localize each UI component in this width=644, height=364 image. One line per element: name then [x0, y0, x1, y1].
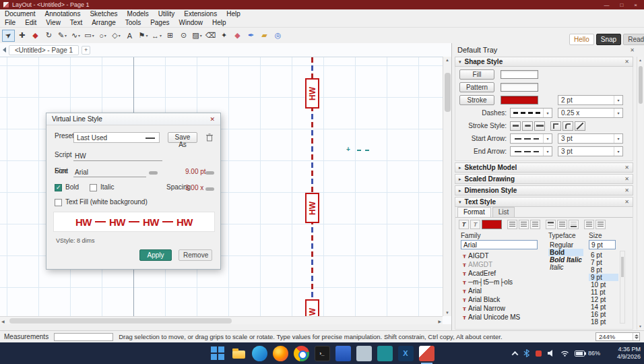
preset-dropdown[interactable]: Last Used — [73, 132, 160, 143]
numbered-list-icon[interactable] — [595, 220, 606, 229]
snap-button[interactable]: Snap — [596, 34, 621, 45]
zoom-value[interactable]: 244% — [596, 333, 633, 340]
stroke-width-select[interactable]: 2 pt — [558, 95, 623, 105]
page-prev-icon[interactable] — [3, 47, 6, 53]
scaled-drawing-header[interactable]: Scaled Drawing ✕ — [455, 174, 633, 184]
menu-item[interactable]: Arrange — [87, 19, 121, 26]
menu-item[interactable]: Help — [207, 19, 231, 26]
pattern-button[interactable]: Pattern — [459, 82, 494, 92]
dimension-tool[interactable]: ↔ — [150, 30, 163, 42]
size-item[interactable]: 14 pt — [589, 303, 618, 311]
ready-button[interactable]: Ready — [623, 34, 644, 45]
menu-item[interactable]: File — [0, 19, 20, 26]
hw-label-box[interactable]: HW — [305, 78, 319, 109]
eraser-tool[interactable]: ⌫ — [204, 30, 217, 42]
shape-style-close-button[interactable]: ✕ — [624, 59, 629, 65]
line-tool[interactable]: ✎ — [56, 30, 69, 42]
menu-item[interactable]: Sketches — [85, 10, 122, 18]
size-item[interactable]: 10 pt — [589, 281, 618, 289]
maximize-button[interactable]: □ — [620, 2, 623, 8]
menu-item[interactable]: Help — [222, 10, 245, 18]
valign-bottom-icon[interactable] — [569, 220, 579, 229]
text-style-close-button[interactable]: ✕ — [624, 199, 629, 205]
size-item[interactable]: 8 pt — [589, 266, 618, 274]
size-item[interactable]: 9 pt — [589, 274, 618, 281]
size-item[interactable]: 18 pt — [589, 318, 618, 326]
tab-list[interactable]: List — [492, 207, 515, 217]
end-arrow-dropdown[interactable] — [510, 146, 552, 156]
shape-style-header[interactable]: Shape Style ✕ — [455, 57, 633, 67]
notification-app-icon[interactable] — [536, 351, 542, 357]
pattern-swatch[interactable] — [501, 83, 538, 92]
x-app-icon[interactable]: X — [398, 346, 414, 361]
move-tool[interactable]: ✚ — [15, 30, 28, 42]
hw-label-box[interactable]: HW — [305, 299, 319, 316]
join-bevel-button[interactable] — [575, 121, 585, 131]
align-center-icon[interactable] — [519, 220, 529, 229]
chrome-browser-icon[interactable] — [294, 346, 309, 361]
close-button[interactable]: × — [634, 2, 637, 8]
layout-app-icon[interactable] — [419, 346, 434, 361]
align-right-icon[interactable] — [530, 220, 540, 229]
delete-preset-button[interactable] — [204, 132, 215, 143]
wifi-icon[interactable] — [560, 350, 569, 357]
spacing-value[interactable]: 3.00 x — [185, 184, 203, 191]
font-item[interactable]: ─m┤t5─m├ols — [461, 278, 544, 286]
text-tool[interactable]: A — [123, 30, 136, 42]
font-item[interactable]: AcadEref — [461, 269, 544, 278]
scrollbar-thumb[interactable] — [621, 257, 624, 277]
start-arrow-size-select[interactable]: 3 pt — [558, 133, 623, 144]
hidden-icons-chevron-icon[interactable] — [512, 351, 519, 357]
app-blue-icon[interactable] — [335, 346, 351, 361]
hw-label-box[interactable]: HW — [305, 193, 319, 223]
page-tab[interactable]: <Untitled> - Page 1 — [9, 45, 79, 55]
menu-item[interactable]: Extensions — [179, 10, 222, 18]
zoom-tool[interactable]: ◎ — [271, 30, 284, 42]
select-tool[interactable]: ➤ — [2, 30, 15, 42]
save-as-button[interactable]: Save As — [168, 132, 197, 143]
file-explorer-icon[interactable] — [231, 346, 247, 361]
scrollbar-thumb[interactable] — [9, 318, 232, 324]
battery-indicator[interactable]: 86% — [575, 350, 600, 357]
scrollbar-thumb[interactable] — [639, 66, 643, 104]
measurements-input[interactable] — [54, 333, 113, 341]
family-input[interactable]: Arial — [461, 240, 538, 249]
rotate-tool[interactable]: ↻ — [42, 30, 55, 42]
menu-item[interactable]: Tools — [121, 19, 146, 26]
menu-item[interactable]: View — [41, 19, 65, 26]
typeface-item[interactable]: Italic — [548, 264, 583, 271]
font-item[interactable]: Arial Black — [461, 295, 544, 304]
rectangle-tool[interactable]: ▭ — [83, 30, 96, 42]
table-tool[interactable]: ⊞ — [164, 30, 176, 42]
font-item[interactable]: AMGDT — [461, 260, 544, 269]
menu-item[interactable]: Edit — [20, 19, 41, 26]
polygon-tool[interactable]: ◇ — [110, 30, 123, 42]
apply-button[interactable]: Apply — [139, 249, 172, 261]
menu-item[interactable]: Text — [65, 19, 87, 26]
size-value[interactable]: 9.00 pt — [185, 168, 206, 175]
style-tool[interactable]: ◆ — [29, 30, 42, 42]
italic-checkbox[interactable] — [90, 184, 97, 191]
tray-scrollbar[interactable] — [637, 57, 643, 330]
scaled-drawing-close-button[interactable]: ✕ — [624, 176, 629, 182]
pattern-tool[interactable]: ▨ — [191, 30, 203, 42]
circle-tool[interactable]: ○ — [96, 30, 109, 42]
dialog-close-button[interactable]: ✕ — [210, 116, 215, 123]
add-page-button[interactable]: + — [82, 46, 90, 55]
minimize-button[interactable]: — — [604, 2, 609, 8]
menu-item[interactable]: Window — [174, 19, 208, 26]
size-item[interactable]: 7 pt — [589, 259, 618, 266]
join-round-button[interactable] — [562, 121, 573, 131]
start-button[interactable] — [210, 346, 226, 361]
fill-button[interactable]: Fill — [459, 69, 494, 80]
valign-middle-icon[interactable] — [557, 220, 567, 229]
cap-round-button[interactable] — [522, 121, 533, 131]
tray-close-button[interactable]: ✕ — [630, 47, 635, 53]
font-item[interactable]: AIGDT — [461, 251, 544, 260]
text-color-swatch[interactable] — [482, 220, 502, 229]
font-item[interactable]: Arial Unicode MS — [461, 313, 544, 322]
dimension-style-header[interactable]: Dimension Style ✕ — [455, 185, 633, 195]
remove-button[interactable]: Remove — [179, 249, 212, 261]
start-arrow-dropdown[interactable] — [510, 133, 552, 144]
stroke-color-swatch[interactable] — [501, 96, 538, 104]
